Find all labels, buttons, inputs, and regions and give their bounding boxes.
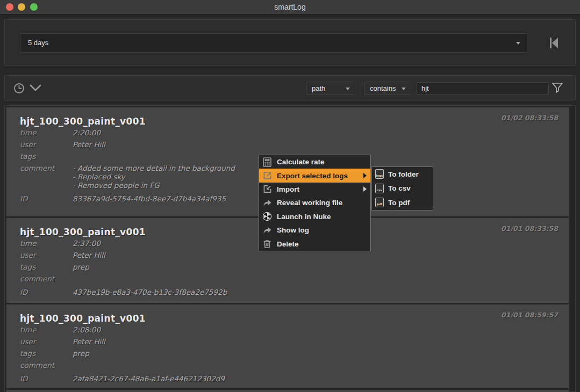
comment-line: - Replaced sky [73, 172, 235, 181]
field-label-time: time [20, 237, 73, 249]
menu-item-label: Reveal working file [277, 199, 342, 207]
entry-title: hjt_100_300_paint_v001 [20, 313, 558, 324]
date-range-value: 5 days [28, 39, 48, 47]
skip-back-icon[interactable] [548, 36, 560, 50]
field-label-user: user [20, 336, 73, 347]
field-label-comment: comment [20, 274, 73, 283]
comment-line: - Added some more detail in the backgrou… [73, 164, 235, 172]
submenu-item-to-folder[interactable]: logs To folder [372, 167, 433, 182]
field-value-time: 2:37:00 [73, 237, 101, 249]
list-item[interactable]: hjt_100_300_paint_v001 01/01 08:59:57 ti… [6, 304, 569, 388]
titlebar: smartLog [0, 0, 580, 14]
menu-item-delete[interactable]: Delete [259, 237, 370, 250]
field-label-user: user [20, 249, 73, 261]
filter-operator-value: contains [370, 84, 396, 92]
menu-item-label: Delete [277, 240, 299, 248]
field-value-user: Peter Hill [73, 336, 105, 347]
entry-timestamp: 01/02 08:33:58 [501, 114, 558, 122]
import-icon [262, 184, 272, 194]
field-value-user: Peter Hill [73, 249, 105, 261]
menu-item-reveal-working-file[interactable]: Reveal working file [259, 196, 370, 209]
window-title: smartLog [0, 3, 580, 11]
field-value-comment: - Added some more detail in the backgrou… [73, 164, 235, 190]
chevron-down-icon[interactable] [30, 84, 41, 92]
scrollbar-track[interactable] [570, 106, 575, 391]
menu-item-label: Show log [277, 226, 309, 234]
entry-timestamp: 01/01 08:59:57 [501, 311, 558, 319]
comment-line: - Removed people in FG [73, 181, 235, 190]
curved-arrow-icon [262, 198, 272, 208]
filter-query-input[interactable] [417, 82, 549, 95]
export-submenu: logs To folder csv To csv pdf To pdf [371, 166, 433, 210]
menu-item-label: Export selected logs [277, 172, 348, 180]
menu-item-export-selected-logs[interactable]: Export selected logs [259, 169, 370, 182]
submenu-arrow-icon [363, 186, 367, 192]
menu-item-launch-in-nuke[interactable]: Launch in Nuke [259, 210, 370, 223]
submenu-item-label: To folder [388, 170, 419, 178]
filter-operator-select[interactable]: contains [364, 82, 411, 95]
field-label-time: time [20, 324, 73, 336]
field-label-tags: tags [20, 150, 73, 162]
menu-item-calculate-rate[interactable]: Calculate rate [259, 155, 370, 169]
submenu-item-to-pdf[interactable]: pdf To pdf [372, 195, 433, 210]
filter-field-select[interactable]: path [306, 82, 355, 95]
caret-down-icon [402, 88, 406, 90]
field-label-id: ID [20, 193, 73, 205]
filter-field-value: path [312, 84, 325, 92]
submenu-item-label: To pdf [388, 199, 410, 207]
range-panel: 5 days [4, 19, 576, 66]
trash-icon [262, 239, 272, 249]
field-value-id: 83367a9d-5754-4fbd-8ee7-d7b4a34af935 [73, 193, 226, 205]
field-value-user: Peter Hill [73, 139, 105, 150]
field-label-user: user [20, 139, 73, 150]
field-value-id: 2afa8421-2c67-48a6-a1af-e446212302d9 [73, 373, 225, 384]
field-value-time: 2:08:00 [73, 324, 101, 336]
field-value-time: 2:20:00 [73, 127, 101, 139]
clock-icon[interactable] [13, 83, 25, 94]
field-label-comment: comment [20, 361, 73, 369]
date-range-select[interactable]: 5 days [20, 33, 527, 53]
calculator-icon [262, 157, 272, 167]
field-value-tags: prep [73, 347, 89, 359]
submenu-arrow-icon [363, 173, 367, 178]
menu-item-show-log[interactable]: Show log [259, 223, 370, 237]
field-label-id: ID [20, 286, 73, 298]
menu-item-import[interactable]: Import [259, 183, 370, 196]
menu-item-label: Import [277, 185, 299, 193]
field-label-time: time [20, 127, 73, 139]
submenu-item-to-csv[interactable]: csv To csv [372, 182, 433, 196]
entry-timestamp: 01/01 08:33:58 [501, 224, 558, 233]
caret-down-icon [516, 42, 520, 45]
csv-file-icon: csv [375, 184, 384, 193]
caret-down-icon [346, 88, 350, 90]
menu-item-label: Calculate rate [277, 158, 325, 166]
menu-item-label: Launch in Nuke [277, 213, 331, 221]
field-label-tags: tags [20, 347, 73, 359]
export-icon [262, 171, 272, 180]
filter-funnel-icon[interactable] [552, 82, 563, 94]
field-value-id: 437be19b-e8a3-470e-b13c-3f8ea2e7592b [73, 286, 227, 298]
field-value-tags: prep [73, 261, 89, 273]
list-item-partial[interactable] [6, 390, 569, 392]
app-window: smartLog 5 days path [0, 0, 580, 392]
pdf-file-icon: pdf [375, 198, 384, 207]
field-label-id: ID [20, 373, 73, 384]
curved-arrow-icon [262, 226, 272, 235]
field-label-comment: comment [20, 164, 73, 190]
field-label-tags: tags [20, 261, 73, 273]
entry-title: hjt_100_300_paint_v001 [20, 116, 558, 127]
context-menu: Calculate rate Export selected logs [259, 155, 371, 251]
filter-panel: path contains [4, 75, 576, 100]
nuke-icon [262, 212, 272, 221]
logs-file-icon: logs [375, 169, 384, 179]
submenu-item-label: To csv [388, 184, 411, 192]
